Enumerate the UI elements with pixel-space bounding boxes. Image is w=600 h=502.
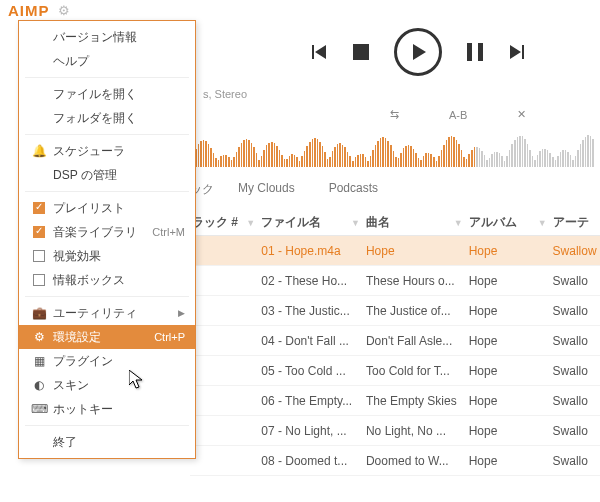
cell-artist: Swallo — [551, 304, 600, 318]
cell-filename: 07 - No Light, ... — [259, 424, 364, 438]
playback-controls — [190, 22, 600, 82]
cell-album: Hope — [467, 274, 551, 288]
menu-exit[interactable]: 終了 — [19, 430, 195, 454]
cell-album: Hope — [467, 304, 551, 318]
menu-separator — [25, 77, 189, 78]
cell-artist: Swallo — [551, 334, 600, 348]
col-album[interactable]: アルバム▼ — [467, 214, 551, 231]
grid-icon: ▦ — [29, 354, 49, 368]
menu-infobox[interactable]: 情報ボックス — [19, 268, 195, 292]
title-bar: AIMP ⚙ — [0, 0, 600, 20]
chevron-right-icon: ▶ — [178, 308, 185, 318]
table-row[interactable]: 07 - No Light, ...No Light, No ...HopeSw… — [190, 416, 600, 446]
cell-title: The Empty Skies — [364, 394, 467, 408]
ab-repeat[interactable]: A-B — [449, 109, 467, 121]
table-row[interactable]: 01 - Hope.m4aHopeHopeSwallow — [190, 236, 600, 266]
shuffle-icon[interactable]: ✕ — [517, 108, 526, 121]
cell-filename: 05 - Too Cold ... — [259, 364, 364, 378]
cell-title: Doomed to W... — [364, 454, 467, 468]
menu-separator — [25, 191, 189, 192]
pause-icon[interactable] — [467, 43, 483, 61]
gear-icon[interactable]: ⚙ — [58, 3, 70, 18]
table-row[interactable]: 06 - The Empty...The Empty SkiesHopeSwal… — [190, 386, 600, 416]
cell-title: No Light, No ... — [364, 424, 467, 438]
prev-track-icon[interactable] — [310, 43, 328, 61]
menu-skin[interactable]: ◐スキン — [19, 373, 195, 397]
cell-title: Too Cold for T... — [364, 364, 467, 378]
cell-filename: 06 - The Empty... — [259, 394, 364, 408]
svg-rect-2 — [478, 43, 483, 61]
track-info: s, Stereo — [190, 88, 600, 100]
cell-artist: Swallo — [551, 424, 600, 438]
menu-visual[interactable]: 視覚効果 — [19, 244, 195, 268]
col-track[interactable]: ラック #▼ — [190, 214, 259, 231]
cell-title: Don't Fall Asle... — [364, 334, 467, 348]
menu-version[interactable]: バージョン情報 — [19, 25, 195, 49]
table-header: ラック #▼ ファイル名▼ 曲名▼ アルバム▼ アーテ — [190, 210, 600, 236]
menu-help[interactable]: ヘルプ — [19, 49, 195, 73]
cell-album: Hope — [467, 364, 551, 378]
menu-utility[interactable]: 💼ユーティリティ▶ — [19, 301, 195, 325]
menu-preferences[interactable]: ⚙環境設定Ctrl+P — [19, 325, 195, 349]
menu-playlist[interactable]: プレイリスト — [19, 196, 195, 220]
cell-filename: 08 - Doomed t... — [259, 454, 364, 468]
cell-artist: Swallo — [551, 454, 600, 468]
track-table: ラック #▼ ファイル名▼ 曲名▼ アルバム▼ アーテ 01 - Hope.m4… — [190, 210, 600, 476]
svg-rect-0 — [353, 44, 369, 60]
table-row[interactable]: 03 - The Justic...The Justice of...HopeS… — [190, 296, 600, 326]
cell-title: These Hours o... — [364, 274, 467, 288]
checkbox-on-icon — [33, 202, 45, 214]
cell-album: Hope — [467, 454, 551, 468]
skin-icon: ◐ — [29, 378, 49, 392]
cell-filename: 04 - Don't Fall ... — [259, 334, 364, 348]
cell-album: Hope — [467, 394, 551, 408]
cell-artist: Swallo — [551, 394, 600, 408]
cell-album: Hope — [467, 334, 551, 348]
library-tabs: ック My Clouds Podcasts — [190, 167, 600, 198]
play-button[interactable] — [394, 28, 442, 76]
col-title[interactable]: 曲名▼ — [364, 214, 467, 231]
table-row[interactable]: 02 - These Ho...These Hours o...HopeSwal… — [190, 266, 600, 296]
table-row[interactable]: 04 - Don't Fall ...Don't Fall Asle...Hop… — [190, 326, 600, 356]
cell-artist: Swallow — [551, 244, 600, 258]
cell-artist: Swallo — [551, 274, 600, 288]
menu-open-file[interactable]: ファイルを開く — [19, 82, 195, 106]
tab-podcasts[interactable]: Podcasts — [329, 181, 378, 198]
checkbox-off-icon — [33, 274, 45, 286]
table-row[interactable]: 05 - Too Cold ...Too Cold for T...HopeSw… — [190, 356, 600, 386]
menu-library[interactable]: 音楽ライブラリCtrl+M — [19, 220, 195, 244]
cell-artist: Swallo — [551, 364, 600, 378]
menu-separator — [25, 296, 189, 297]
tool-row: ⇆ A-B ✕ — [190, 100, 600, 121]
app-logo: AIMP — [8, 2, 50, 19]
cell-title: The Justice of... — [364, 304, 467, 318]
keyboard-icon: ⌨ — [29, 402, 49, 416]
col-filename[interactable]: ファイル名▼ — [259, 214, 364, 231]
checkbox-on-icon — [33, 226, 45, 238]
table-row[interactable]: 08 - Doomed t...Doomed to W...HopeSwallo — [190, 446, 600, 476]
repeat-icon[interactable]: ⇆ — [390, 108, 399, 121]
next-track-icon[interactable] — [508, 43, 526, 61]
col-artist[interactable]: アーテ — [551, 214, 600, 231]
cell-filename: 03 - The Justic... — [259, 304, 364, 318]
menu-scheduler[interactable]: 🔔スケジューラ — [19, 139, 195, 163]
menu-open-folder[interactable]: フォルダを開く — [19, 106, 195, 130]
bell-icon: 🔔 — [29, 144, 49, 158]
stop-icon[interactable] — [353, 44, 369, 60]
menu-separator — [25, 134, 189, 135]
tab-myclouds[interactable]: My Clouds — [238, 181, 295, 198]
menu-plugins[interactable]: ▦プラグイン — [19, 349, 195, 373]
cell-filename: 01 - Hope.m4a — [259, 244, 364, 258]
menu-hotkey[interactable]: ⌨ホットキー — [19, 397, 195, 421]
svg-rect-1 — [467, 43, 472, 61]
waveform[interactable] — [190, 129, 600, 167]
main-menu: バージョン情報 ヘルプ ファイルを開く フォルダを開く 🔔スケジューラ DSP … — [18, 20, 196, 459]
cell-album: Hope — [467, 244, 551, 258]
cell-filename: 02 - These Ho... — [259, 274, 364, 288]
menu-separator — [25, 425, 189, 426]
cell-album: Hope — [467, 424, 551, 438]
menu-dsp[interactable]: DSP の管理 — [19, 163, 195, 187]
checkbox-off-icon — [33, 250, 45, 262]
toolbox-icon: 💼 — [29, 306, 49, 320]
cell-title: Hope — [364, 244, 467, 258]
